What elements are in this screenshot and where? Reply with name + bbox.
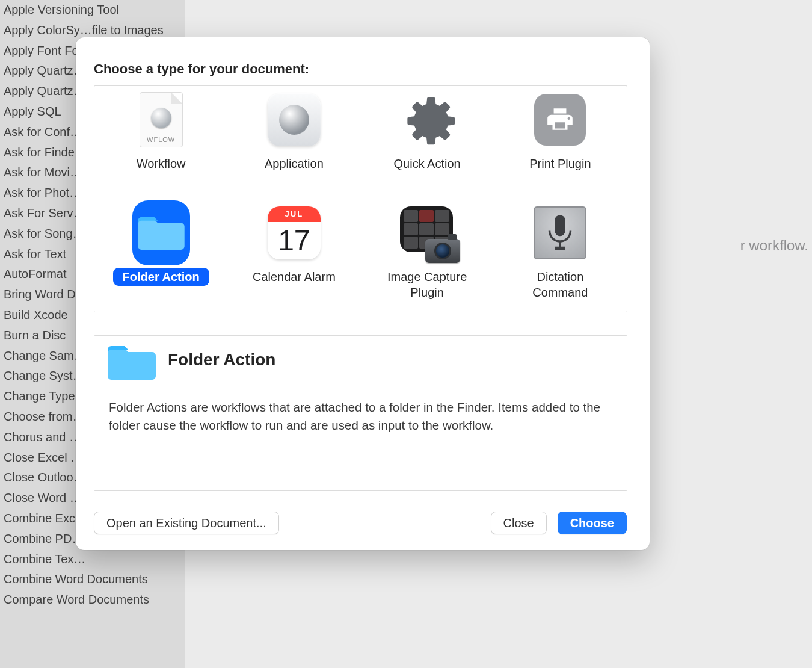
calendar-day-label: 17 <box>268 222 321 259</box>
type-option-quick-action[interactable]: Quick Action <box>361 86 494 199</box>
canvas-hint-text: r workflow. <box>740 237 808 254</box>
type-option-application[interactable]: Application <box>227 86 360 199</box>
template-type-grid: WFLOW Workflow Application Quick Action … <box>94 85 627 312</box>
type-option-image-capture-plugin[interactable]: Image Capture Plugin <box>361 199 494 312</box>
type-label: Calendar Alarm <box>243 268 345 286</box>
sheet-title: Choose a type for your document: <box>94 61 309 77</box>
automator-app-icon <box>265 91 323 149</box>
open-existing-document-button[interactable]: Open an Existing Document... <box>94 512 279 534</box>
type-label: Print Plugin <box>520 155 600 173</box>
folder-icon <box>108 343 156 385</box>
calendar-month-label: JUL <box>268 206 321 222</box>
template-chooser-sheet: Choose a type for your document: WFLOW W… <box>76 37 650 550</box>
type-label: Dictation Command <box>523 268 597 302</box>
type-option-calendar-alarm[interactable]: JUL 17 Calendar Alarm <box>227 199 360 312</box>
folder-action-icon <box>132 204 190 262</box>
microphone-icon <box>531 204 589 262</box>
detail-title: Folder Action <box>168 350 275 370</box>
template-detail-panel: Folder Action Folder Actions are workflo… <box>94 335 627 491</box>
type-label: Image Capture Plugin <box>378 268 476 302</box>
sidebar-item[interactable]: Compare Word Documents <box>0 590 185 610</box>
sidebar-item[interactable]: Combine Word Documents <box>0 569 185 590</box>
calendar-icon: JUL 17 <box>265 204 323 262</box>
type-label: Application <box>255 155 333 173</box>
sidebar-item[interactable]: Apple Versioning Tool <box>0 0 185 20</box>
type-label: Folder Action <box>113 268 209 286</box>
sidebar-item[interactable]: Combine Tex… <box>0 549 185 570</box>
type-option-dictation-command[interactable]: Dictation Command <box>494 199 627 312</box>
type-option-print-plugin[interactable]: Print Plugin <box>494 86 627 199</box>
type-label: Quick Action <box>384 155 470 173</box>
type-option-workflow[interactable]: WFLOW Workflow <box>94 86 227 199</box>
gear-icon <box>398 91 456 149</box>
choose-button[interactable]: Choose <box>558 512 627 534</box>
workflow-document-icon: WFLOW <box>132 91 190 149</box>
detail-description: Folder Actions are workflows that are at… <box>109 398 612 434</box>
type-option-folder-action[interactable]: Folder Action <box>94 199 227 312</box>
type-label: Workflow <box>127 155 195 173</box>
close-button[interactable]: Close <box>491 512 547 534</box>
image-capture-icon <box>398 204 456 262</box>
sheet-button-bar: Open an Existing Document... Close Choos… <box>94 512 627 534</box>
printer-icon <box>531 91 589 149</box>
